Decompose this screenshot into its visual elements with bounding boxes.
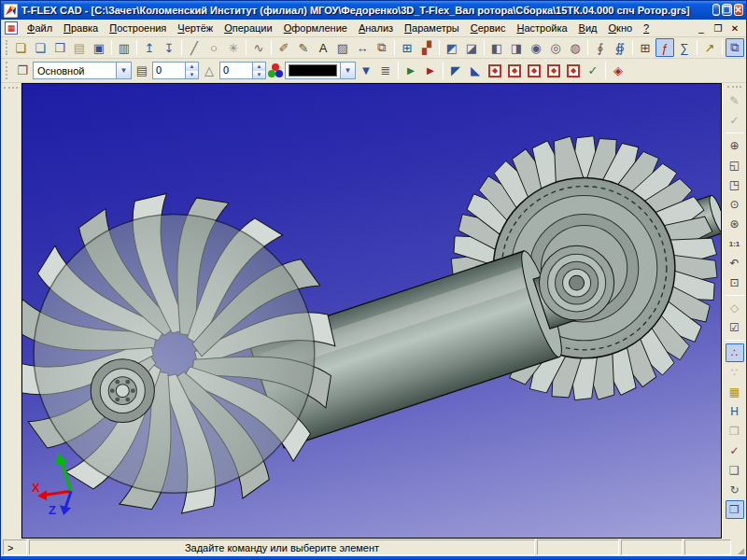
filter-vertices-button[interactable]: ◆	[486, 62, 504, 80]
menu-?[interactable]: ?	[638, 21, 655, 35]
filter-faces-button[interactable]: ◆	[525, 62, 543, 80]
text-tool-button[interactable]: A	[314, 38, 332, 57]
window-2d-button[interactable]: ⧉	[726, 38, 744, 57]
table-button[interactable]: ⊞	[636, 38, 655, 57]
minimize-button[interactable]: _	[712, 4, 720, 16]
new-3d-model-button[interactable]: ❒	[50, 38, 69, 57]
menu-файл[interactable]: Файл	[21, 21, 58, 35]
mdi-restore-button[interactable]: ❐	[711, 21, 726, 35]
dimension-tool-button[interactable]: ↔	[353, 38, 372, 57]
3d-viewport[interactable]: X Z	[21, 83, 722, 539]
mdi-close-button[interactable]: ✕	[727, 21, 742, 35]
boolean-op-button[interactable]: ◨	[507, 38, 526, 57]
hatch-tool-button[interactable]: ▨	[333, 38, 352, 57]
level-spinner[interactable]: 0▲▼	[152, 62, 199, 79]
model-colors-icon[interactable]	[267, 63, 284, 79]
zoom-selected-button[interactable]: ⊡	[726, 273, 744, 292]
blend-op-button[interactable]: ◉	[527, 38, 545, 57]
selector-off-button[interactable]: ►	[421, 62, 440, 80]
menu-оформление[interactable]: Оформление	[278, 21, 353, 35]
rotate-model-button[interactable]: ↻	[726, 481, 744, 499]
sketch-tool-button[interactable]: ✐	[275, 38, 293, 57]
filter-edges-button[interactable]: ◆	[505, 62, 524, 80]
resize-grip[interactable]: ◢	[733, 539, 744, 555]
menu-правка[interactable]: Правка	[58, 21, 104, 35]
profile-tool-button[interactable]: ▞	[417, 38, 436, 57]
dimensions-3d-button[interactable]: H	[726, 402, 744, 421]
update-links-button[interactable]: ∯	[611, 38, 629, 57]
menu-настройка[interactable]: Настройка	[511, 21, 572, 35]
page-icon[interactable]: ❐	[13, 62, 32, 80]
toolbar-grip[interactable]	[727, 86, 741, 88]
filter-list-button[interactable]: ≣	[376, 62, 395, 80]
current-color-combobox[interactable]: ▼	[285, 62, 356, 79]
priority-spinner[interactable]: 0▲▼	[219, 62, 266, 79]
menu-операции[interactable]: Операции	[218, 21, 277, 35]
variables-editor-button[interactable]: ƒ	[655, 38, 674, 57]
selector-on-button[interactable]: ►	[402, 62, 420, 80]
lock-selection-button[interactable]: ◈	[609, 62, 627, 80]
select-mode-move-button[interactable]: ◤	[446, 62, 465, 80]
toolbar-grip[interactable]	[6, 62, 9, 78]
priority-icon[interactable]: △	[200, 62, 218, 80]
layer-combobox[interactable]: Основной▼	[33, 62, 132, 79]
undo-button[interactable]: ↥	[140, 38, 159, 57]
zoom-window-button[interactable]: ◱	[726, 156, 744, 175]
check-model-button[interactable]: ✓	[726, 441, 744, 460]
shell-op-button[interactable]: ◎	[546, 38, 565, 57]
pages-button[interactable]: ❐	[726, 422, 744, 441]
redo-button[interactable]: ↧	[160, 38, 178, 57]
measure-button[interactable]: ▦	[726, 383, 744, 401]
fullscreen-toggle-button[interactable]: ☑	[726, 318, 744, 337]
zoom-magnifier-button[interactable]: ⊙	[726, 195, 744, 214]
circle-tool-button[interactable]: ○	[204, 38, 223, 57]
fragment-tool-button[interactable]: ⧉	[373, 38, 391, 57]
zoom-1-1-button[interactable]: 1:1	[726, 234, 744, 253]
command-prompt-cell[interactable]: >	[3, 539, 27, 555]
toolbar-grip[interactable]	[4, 87, 18, 89]
select-mode-edit-button[interactable]: ◣	[466, 62, 485, 80]
array-tool-button[interactable]: ⊞	[398, 38, 416, 57]
save-document-button[interactable]: ▣	[90, 38, 108, 57]
variables-list-button[interactable]: ∑	[675, 38, 694, 57]
spline-tool-button[interactable]: ∿	[249, 38, 268, 57]
layers-icon[interactable]: ▤	[133, 62, 151, 80]
zoom-in-button[interactable]: ⊕	[726, 136, 744, 155]
new-drawing-button[interactable]: ❏	[31, 38, 49, 57]
workplane-button[interactable]: ◪	[462, 38, 481, 57]
attach-fragment-button[interactable]: ∮	[591, 38, 610, 57]
show-elements-button[interactable]: ∴	[726, 343, 744, 362]
menu-вид[interactable]: Вид	[573, 21, 603, 35]
menu-сервис[interactable]: Сервис	[465, 21, 512, 35]
view-3d-scene-button[interactable]: ❒	[726, 500, 744, 519]
menu-окно[interactable]: Окно	[603, 21, 639, 35]
shortcut-button[interactable]: ↗	[700, 38, 719, 57]
menu-анализ[interactable]: Анализ	[353, 21, 399, 35]
node-tool-button[interactable]: ✳	[224, 38, 243, 57]
filter-button[interactable]: ▼	[357, 62, 375, 80]
measure-3d-button[interactable]: ◩	[443, 38, 461, 57]
mdi-minimize-button[interactable]: _	[694, 21, 709, 35]
filter-bodies-button[interactable]: ◆	[544, 62, 563, 80]
sew-op-button[interactable]: ◍	[566, 38, 585, 57]
open-document-button[interactable]: ▤	[70, 38, 89, 57]
print-button[interactable]: ▥	[115, 38, 134, 57]
restore-button[interactable]: ❐	[722, 4, 732, 16]
filter-operations-button[interactable]: ◆	[564, 62, 583, 80]
close-button[interactable]: ✕	[734, 4, 743, 16]
zoom-extents-button[interactable]: ⊛	[726, 215, 744, 233]
edit-in-place-button[interactable]: ✎	[726, 91, 744, 110]
zoom-pan-button[interactable]: ◳	[726, 175, 744, 194]
select-by-type-button[interactable]: ✓	[584, 62, 602, 80]
sections-button[interactable]: ❑	[726, 461, 744, 480]
image-line-button[interactable]: ✎	[294, 38, 313, 57]
line-tool-button[interactable]: ╱	[185, 38, 204, 57]
rotate-op-button[interactable]: ◧	[487, 38, 506, 57]
zoom-previous-button[interactable]: ↶	[726, 254, 744, 273]
menu-чертёж[interactable]: Чертёж	[172, 21, 218, 35]
toolbar-grip[interactable]	[6, 40, 7, 55]
menu-построения[interactable]: Построения	[104, 21, 172, 35]
menu-параметры[interactable]: Параметры	[399, 21, 465, 35]
hide-elements-button[interactable]: ∵	[726, 363, 744, 382]
new-fragment-button[interactable]: ❏	[11, 38, 30, 57]
